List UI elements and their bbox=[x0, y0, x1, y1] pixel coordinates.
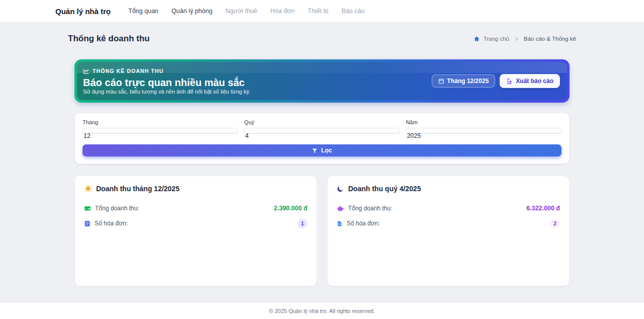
chevron-right-icon bbox=[514, 36, 519, 42]
year-value: 2025 bbox=[406, 132, 561, 139]
year-label: Năm bbox=[406, 119, 561, 125]
quarter-value: 4 bbox=[244, 132, 399, 139]
breadcrumb-home[interactable]: Trang chủ bbox=[484, 36, 509, 42]
stat-label: Số hóa đơn: bbox=[95, 220, 128, 227]
invoice-count-row: Số hóa đơn: 2 bbox=[337, 216, 560, 231]
top-navbar: Quản lý nhà trọ Tổng quan Quản lý phòng … bbox=[0, 0, 644, 23]
breadcrumb: Trang chủ Báo cáo & Thống kê bbox=[473, 36, 576, 42]
copyright-text: © 2025 Quản lý nhà trọ. All rights reser… bbox=[269, 308, 375, 314]
year-field[interactable]: Năm 2025 bbox=[406, 119, 561, 139]
wallet-icon bbox=[84, 205, 91, 212]
month-field[interactable]: Tháng 12 bbox=[83, 119, 238, 139]
stat-value: 6.322.000 đ bbox=[526, 205, 560, 212]
banner-subtitle: Sử dụng màu sắc, biểu tượng và nền ảnh đ… bbox=[83, 89, 251, 95]
nav-item-quan-ly-phong[interactable]: Quản lý phòng bbox=[172, 8, 212, 15]
quarter-revenue-card: Doanh thu quý 4/2025 Tổng doanh thu: 6.3… bbox=[327, 176, 570, 286]
nav-item-thiet-bi[interactable]: Thiết bị bbox=[308, 8, 329, 15]
stat-label: Tổng doanh thu: bbox=[348, 205, 392, 212]
sun-icon bbox=[84, 185, 92, 193]
stat-value: 2.390.000 đ bbox=[274, 205, 307, 212]
month-label: Tháng bbox=[83, 119, 238, 125]
page-footer: © 2025 Quản lý nhà trọ. All rights reser… bbox=[0, 302, 644, 319]
breadcrumb-current: Báo cáo & Thống kê bbox=[524, 36, 576, 42]
banner-title: Báo cáo trực quan nhiều màu sắc bbox=[83, 77, 251, 88]
month-revenue-card: Doanh thu tháng 12/2025 Tổng doanh thu: … bbox=[74, 176, 317, 286]
page-title: Thống kê doanh thu bbox=[68, 34, 149, 44]
file-export-icon bbox=[506, 78, 513, 85]
total-revenue-row: Tổng doanh thu: 2.390.000 đ bbox=[84, 201, 307, 216]
moon-icon bbox=[337, 185, 344, 193]
quarter-field[interactable]: Quý 4 bbox=[244, 119, 399, 139]
chart-line-icon bbox=[83, 68, 90, 74]
nav-item-hoa-don[interactable]: Hóa đơn bbox=[270, 8, 295, 15]
total-revenue-row: Tổng doanh thu: 6.322.000 đ bbox=[337, 201, 560, 216]
nav-item-bao-cao[interactable]: Báo cáo bbox=[342, 8, 365, 15]
filter-card: Tháng 12 Quý 4 Năm 2025 bbox=[74, 113, 570, 164]
stat-label: Số hóa đơn: bbox=[347, 220, 380, 227]
invoice-count-badge: 1 bbox=[297, 219, 307, 228]
calendar-icon bbox=[438, 78, 444, 84]
month-value: 12 bbox=[83, 132, 238, 139]
nav-item-tong-quan[interactable]: Tổng quan bbox=[128, 8, 158, 15]
invoice-count-badge: 2 bbox=[550, 219, 560, 228]
invoice-icon bbox=[84, 220, 91, 227]
home-icon bbox=[473, 36, 480, 42]
quarter-label: Quý bbox=[244, 119, 399, 125]
filter-button[interactable]: Lọc bbox=[83, 144, 561, 156]
banner-eyebrow: THỐNG KÊ DOANH THU bbox=[93, 68, 164, 74]
nav-item-nguoi-thue[interactable]: Người thuê bbox=[225, 8, 257, 15]
revenue-banner: THỐNG KÊ DOANH THU Báo cáo trực quan nhi… bbox=[74, 59, 570, 103]
invoice-count-row: Số hóa đơn: 1 bbox=[84, 216, 307, 231]
piggy-bank-icon bbox=[337, 205, 344, 212]
period-button[interactable]: Tháng 12/2025 bbox=[432, 74, 496, 88]
funnel-icon bbox=[312, 148, 317, 153]
file-icon bbox=[337, 220, 343, 227]
card-title: Doanh thu tháng 12/2025 bbox=[96, 185, 180, 193]
card-title: Doanh thu quý 4/2025 bbox=[348, 185, 421, 193]
export-report-button[interactable]: Xuất báo cáo bbox=[500, 74, 560, 88]
stat-label: Tổng doanh thu: bbox=[95, 205, 139, 212]
app-brand[interactable]: Quản lý nhà trọ bbox=[55, 7, 111, 16]
